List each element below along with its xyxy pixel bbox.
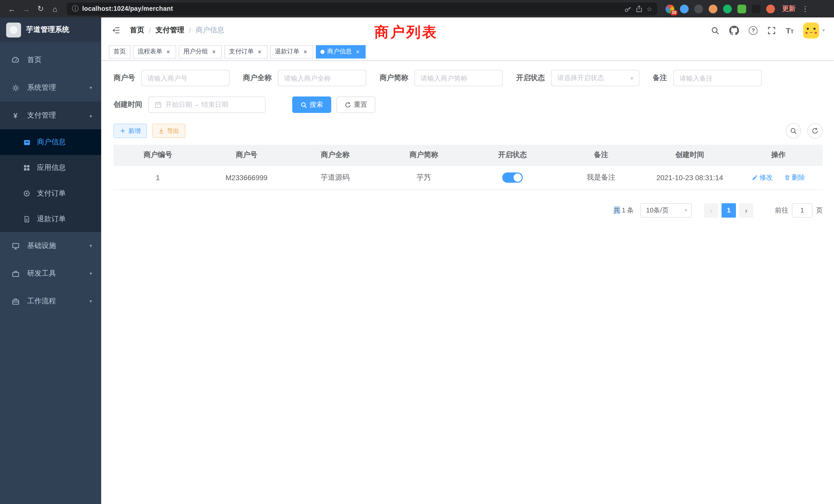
sidebar-item-label: 系统管理: [27, 83, 83, 92]
short-name-input[interactable]: [421, 74, 497, 82]
col-header-short-name: 商户简称: [379, 145, 468, 165]
filter-label: 商户全称: [243, 73, 272, 83]
current-page-button[interactable]: 1: [722, 203, 736, 217]
date-range-picker[interactable]: 开始日期 - 结束日期: [148, 96, 265, 113]
tab-payment-order[interactable]: 支付订单 ×: [224, 45, 267, 58]
search-button[interactable]: 搜索: [292, 96, 331, 113]
tab-refund-order[interactable]: 退款订单 ×: [270, 45, 313, 58]
sidebar-item-system[interactable]: 系统管理 ▾: [0, 74, 101, 101]
goto-page-input[interactable]: [792, 203, 812, 217]
edit-link[interactable]: 修改: [751, 173, 773, 182]
hamburger-icon[interactable]: [106, 26, 126, 35]
status-select[interactable]: 请选择开启状态 ▾: [551, 70, 639, 86]
tab-process-form[interactable]: 流程表单 ×: [133, 45, 176, 58]
extension-icon-black[interactable]: [752, 4, 761, 13]
status-toggle[interactable]: [502, 172, 523, 182]
toggle-search-button[interactable]: [786, 123, 801, 139]
sidebar-logo[interactable]: 芋道管理系统: [0, 18, 101, 42]
cell-merchant-no: M233666999: [202, 165, 291, 189]
bookmark-star-icon[interactable]: ☆: [646, 5, 652, 13]
sidebar-item-workflow[interactable]: 工作流程 ▾: [0, 288, 101, 315]
add-button[interactable]: 新增: [113, 124, 147, 138]
total-prefix: 共: [614, 206, 620, 214]
merchant-card-icon: [23, 138, 31, 146]
tab-merchant-info[interactable]: 商户信息 ×: [316, 45, 366, 58]
password-key-icon[interactable]: [624, 5, 632, 13]
next-page-button[interactable]: ›: [739, 203, 753, 217]
extension-icon-avatar1[interactable]: [709, 4, 718, 13]
close-icon[interactable]: ×: [256, 48, 263, 55]
extension-badge: 10: [671, 10, 677, 15]
total-suffix: 条: [627, 206, 634, 214]
sidebar-item-home[interactable]: 首页: [0, 46, 101, 74]
sidebar-item-infrastructure[interactable]: 基础设施 ▾: [0, 232, 101, 260]
extension-icon-dark[interactable]: [694, 4, 703, 13]
sidebar-item-payment-order[interactable]: 支付订单: [0, 181, 101, 206]
breadcrumb-payment[interactable]: 支付管理: [156, 26, 184, 35]
filter-row-1: 商户号 商户全称 商户简称 开启状态 请选择开启状态: [113, 70, 823, 86]
caret-down-icon: ▾: [631, 75, 633, 81]
col-header-actions: 操作: [734, 145, 823, 165]
export-button-label: 导出: [167, 127, 179, 135]
app-title: 芋道管理系统: [26, 25, 69, 35]
github-icon[interactable]: [729, 25, 739, 35]
extension-icon-green-square[interactable]: [738, 4, 746, 13]
sidebar-item-refund-order[interactable]: 退款订单: [0, 206, 101, 232]
select-placeholder: 请选择开启状态: [557, 73, 604, 83]
user-avatar-menu[interactable]: ▾: [804, 22, 825, 38]
sidebar-item-payment[interactable]: ¥ 支付管理 ▴: [0, 101, 101, 129]
chevron-down-icon: ▾: [90, 85, 92, 90]
search-icon[interactable]: [711, 26, 720, 35]
site-info-icon[interactable]: ⓘ: [72, 4, 79, 13]
share-icon[interactable]: [635, 5, 643, 13]
full-name-input[interactable]: [284, 74, 360, 82]
font-size-small: T: [791, 28, 794, 34]
tab-label: 首页: [113, 47, 126, 56]
reset-button[interactable]: 重置: [336, 96, 375, 113]
close-icon[interactable]: ×: [354, 48, 361, 55]
back-icon[interactable]: ←: [5, 2, 19, 16]
tab-user-group[interactable]: 用户分组 ×: [179, 45, 222, 58]
browser-update-button[interactable]: 更新: [782, 4, 795, 13]
extension-icon-avatar2[interactable]: [766, 4, 775, 13]
font-size-icon[interactable]: TT: [786, 26, 794, 35]
delete-link[interactable]: 删除: [784, 173, 805, 182]
merchant-no-input[interactable]: [147, 74, 223, 82]
filter-create-time: 创建时间 开始日期 - 结束日期: [113, 96, 265, 113]
help-icon[interactable]: ?: [749, 26, 758, 35]
tab-home[interactable]: 首页: [109, 45, 130, 58]
col-header-remark: 备注: [557, 145, 645, 165]
sidebar-item-label: 研发工具: [27, 269, 83, 278]
monitor-icon: [11, 242, 20, 250]
goto-page: 前往 页: [775, 203, 823, 217]
trash-icon: [784, 174, 790, 180]
col-header-merchant-no: 商户号: [202, 145, 291, 165]
fullscreen-icon[interactable]: [767, 26, 776, 35]
refresh-table-button[interactable]: [807, 123, 823, 139]
breadcrumb-home[interactable]: 首页: [130, 26, 144, 35]
close-icon[interactable]: ×: [165, 48, 172, 55]
forward-icon[interactable]: →: [20, 2, 33, 16]
close-icon[interactable]: ×: [211, 48, 217, 55]
sidebar-item-dev-tools[interactable]: 研发工具 ▾: [0, 260, 101, 288]
extension-icon-green-circle[interactable]: [723, 4, 732, 13]
close-icon[interactable]: ×: [302, 48, 309, 55]
browser-menu-icon[interactable]: ⋮: [802, 5, 809, 13]
chevron-up-icon: ▴: [90, 113, 92, 118]
extension-icon-colorful[interactable]: 10: [665, 4, 674, 13]
address-bar[interactable]: ⓘ localhost:1024/pay/merchant ☆: [67, 2, 657, 15]
filter-label: 开启状态: [516, 73, 545, 83]
reset-button-label: 重置: [354, 100, 367, 109]
extension-icon-blue[interactable]: [680, 4, 689, 13]
home-icon[interactable]: ⌂: [48, 2, 62, 16]
sidebar-item-merchant-info[interactable]: 商户信息: [0, 129, 101, 155]
plus-icon: [120, 128, 126, 134]
filter-label: 创建时间: [113, 100, 142, 109]
export-button[interactable]: 导出: [152, 124, 185, 138]
reload-icon[interactable]: ↻: [34, 2, 47, 16]
remark-input[interactable]: [679, 74, 755, 82]
page-size-select[interactable]: 10条/页 ▾: [640, 203, 692, 217]
prev-page-button[interactable]: ‹: [704, 203, 719, 217]
app-shell: 芋道管理系统 首页 系统管理 ▾ ¥: [0, 18, 834, 504]
sidebar-item-app-info[interactable]: 应用信息: [0, 155, 101, 181]
